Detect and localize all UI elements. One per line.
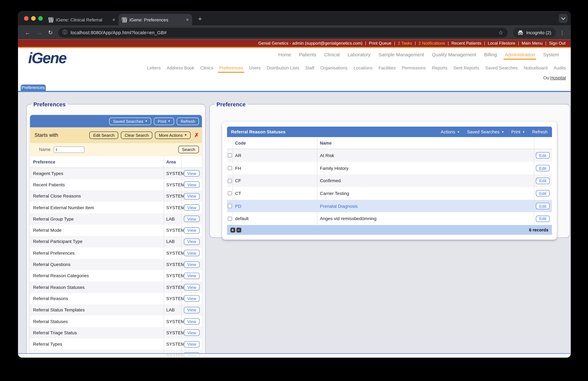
2-tasks-link[interactable]: 2 Tasks <box>398 41 412 45</box>
more-actions-button[interactable]: More Actions▼ <box>155 131 191 139</box>
print-button[interactable]: Print▼ <box>154 117 174 125</box>
view-button[interactable]: View <box>184 284 200 291</box>
edit-button[interactable]: Edit <box>536 152 550 159</box>
row-checkbox[interactable] <box>228 204 232 208</box>
view-button[interactable]: View <box>184 295 200 302</box>
nav-item-permissions[interactable]: Permissions <box>402 66 426 71</box>
recent-patients-link[interactable]: Recent Patients <box>451 41 481 45</box>
view-button[interactable]: View <box>184 181 200 188</box>
nav-item-letters[interactable]: Letters <box>147 66 161 71</box>
nav-item-audits[interactable]: Audits <box>554 66 566 71</box>
view-button[interactable]: View <box>184 239 200 245</box>
edit-button[interactable]: Edit <box>536 190 550 197</box>
browser-menu-icon[interactable]: ⋮ <box>557 29 567 36</box>
actions-action[interactable]: Actions▼ <box>441 129 460 134</box>
nav-item-facilities[interactable]: Facilities <box>378 66 396 71</box>
nav-item-quality-management[interactable]: Quality Management <box>432 52 476 57</box>
view-button[interactable]: View <box>184 261 200 268</box>
add-row-button[interactable]: + <box>230 227 235 232</box>
edit-button[interactable]: Edit <box>536 178 550 184</box>
edit-button[interactable]: Edit <box>536 216 550 222</box>
view-button[interactable]: View <box>184 341 200 347</box>
view-button[interactable]: View <box>184 330 200 336</box>
close-tab-icon[interactable]: × <box>112 17 115 22</box>
row-checkbox[interactable] <box>228 217 232 221</box>
nav-item-preferences[interactable]: Preferences <box>219 66 243 71</box>
sign-out-link[interactable]: Sign Out <box>549 41 566 45</box>
name-input[interactable] <box>54 146 84 153</box>
nav-item-administration[interactable]: Administration <box>505 52 535 57</box>
view-button[interactable]: View <box>184 250 200 256</box>
edit-button[interactable]: Edit <box>536 203 550 209</box>
caret-down-icon: ▼ <box>184 134 187 137</box>
nav-item-saved-searches[interactable]: Saved Searches <box>485 66 518 71</box>
close-window-button[interactable] <box>24 16 28 21</box>
nav-item-staff[interactable]: Staff <box>305 66 314 71</box>
nav-item-sample-management[interactable]: Sample Management <box>378 52 424 57</box>
nav-item-noticeboard[interactable]: Noticeboard <box>524 66 547 71</box>
nav-item-laboratory[interactable]: Laboratory <box>348 52 371 57</box>
view-button[interactable]: View <box>184 204 200 211</box>
nav-item-system[interactable]: System <box>543 52 559 57</box>
saved-searches-action[interactable]: Saved Searches▼ <box>467 129 504 134</box>
print-queue-link[interactable]: Print Queue <box>369 41 392 45</box>
view-button[interactable]: View <box>184 318 200 325</box>
address-bar[interactable]: ⓘ localhost:8080/App/App.html?locale=en_… <box>58 28 508 37</box>
reload-button[interactable]: ↻ <box>45 29 56 36</box>
view-button[interactable]: View <box>184 216 200 222</box>
edit-search-button[interactable]: Edit Search <box>89 131 118 139</box>
page-bottom-overlay <box>18 353 571 358</box>
tab-clinical-referral[interactable]: iGene: Clinical Referral × <box>45 14 119 26</box>
url-text[interactable]: localhost:8080/App/App.html?locale=en_GB… <box>71 30 495 35</box>
view-button[interactable]: View <box>184 227 200 234</box>
nav-item-sent-reports[interactable]: Sent Reports <box>453 66 479 71</box>
minimize-window-button[interactable] <box>31 16 36 21</box>
nav-item-home[interactable]: Home <box>278 52 291 57</box>
nav-item-patients[interactable]: Patients <box>299 52 316 57</box>
clear-search-button[interactable]: Clear Search <box>121 131 153 139</box>
nav-item-reports[interactable]: Reports <box>432 66 447 71</box>
row-checkbox[interactable] <box>228 179 232 183</box>
ou-context: Ou:Hospital <box>543 75 566 80</box>
page-tab-preferences[interactable]: Preferences <box>21 85 46 91</box>
row-checkbox[interactable] <box>228 166 232 170</box>
row-checkbox[interactable] <box>228 191 232 196</box>
refresh-button[interactable]: Refresh <box>177 117 199 125</box>
refresh-action[interactable]: Refresh <box>532 129 548 134</box>
ou-hospital-link[interactable]: Hospital <box>550 75 566 80</box>
view-button[interactable]: View <box>184 307 200 313</box>
view-button[interactable]: View <box>184 170 200 177</box>
search-button[interactable]: Search <box>178 146 199 153</box>
forward-button[interactable]: → <box>33 29 45 36</box>
new-tab-button[interactable]: + <box>195 14 205 24</box>
nav-item-clinics[interactable]: Clinics <box>200 66 213 71</box>
row-checkbox[interactable] <box>228 153 232 157</box>
main-menu-link[interactable]: Main Menu <box>522 41 543 45</box>
saved-searches-button[interactable]: Saved Searches▼ <box>109 117 151 125</box>
bookmark-star-icon[interactable]: ☆ <box>498 29 503 36</box>
tab-search-button[interactable] <box>559 14 568 23</box>
maximize-window-button[interactable] <box>38 16 43 21</box>
remove-row-button[interactable]: − <box>236 227 241 232</box>
print-action[interactable]: Print▼ <box>511 129 525 134</box>
table-row: Referral StatusesSYSTEMView <box>30 316 202 327</box>
nav-item-billing[interactable]: Billing <box>484 52 497 57</box>
nav-item-users[interactable]: Users <box>249 66 261 71</box>
nav-item-locations[interactable]: Locations <box>354 66 373 71</box>
view-button[interactable]: View <box>184 193 200 200</box>
local-filestore-link[interactable]: Local Filestore <box>488 41 515 45</box>
close-filter-icon[interactable]: ✗ <box>194 132 199 138</box>
nav-item-organisations[interactable]: Organisations <box>320 66 348 71</box>
nav-item-distribution-lists[interactable]: Distribution Lists <box>267 66 299 71</box>
tab-preferences[interactable]: iGene: Preferences × <box>119 14 192 26</box>
preference-name-cell: Referral Group Type <box>30 213 164 224</box>
site-info-icon[interactable]: ⓘ <box>63 29 67 36</box>
statuses-table-body: ARAt RiskEditFHFamily HistoryEditCFConfi… <box>227 149 552 225</box>
nav-item-clinical[interactable]: Clinical <box>324 52 340 57</box>
view-button[interactable]: View <box>184 273 200 279</box>
nav-item-address-book[interactable]: Address Book <box>167 66 194 71</box>
back-button[interactable]: ← <box>22 29 33 36</box>
2-notifications-link[interactable]: 2 Notifications <box>419 41 445 45</box>
edit-button[interactable]: Edit <box>536 165 550 171</box>
close-tab-icon[interactable]: × <box>186 17 189 22</box>
